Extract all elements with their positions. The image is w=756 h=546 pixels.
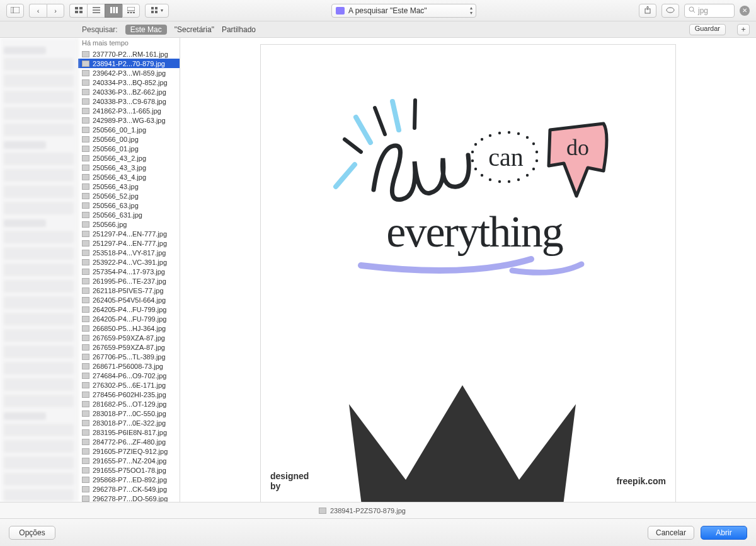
file-list[interactable]: 237770-P2...RM-161.jpg238941-P2...70-879… bbox=[78, 49, 180, 502]
arrange-button[interactable]: ▾ bbox=[145, 4, 169, 18]
svg-rect-10 bbox=[113, 7, 115, 13]
file-thumbnail-icon bbox=[82, 439, 89, 445]
view-gallery-button[interactable] bbox=[122, 4, 140, 18]
freepik-label: freepik.com bbox=[616, 476, 666, 486]
file-name: 264205-P4...FU-799.jpg bbox=[93, 306, 166, 313]
svg-point-35 bbox=[526, 136, 529, 139]
path-bar: 238941-P2ZS70-879.jpg bbox=[0, 502, 756, 518]
file-row[interactable]: 242989-P3...WG-63.jpg bbox=[78, 115, 180, 125]
file-row[interactable]: 250566_00.jpg bbox=[78, 134, 180, 144]
file-name: 267706-P5...TL-389.jpg bbox=[93, 353, 166, 361]
share-button[interactable] bbox=[639, 4, 656, 18]
svg-point-30 bbox=[481, 138, 483, 141]
toolbar: ‹ › ▾ bbox=[0, 0, 756, 21]
scope-secretaria[interactable]: "Secretária" bbox=[175, 25, 214, 34]
svg-point-47 bbox=[471, 160, 474, 162]
file-row[interactable]: 267659-P59XZA-87.jpg bbox=[78, 333, 180, 342]
file-row[interactable]: 267706-P5...TL-389.jpg bbox=[78, 352, 180, 361]
file-name: 274684-P6...O9-702.jpg bbox=[93, 372, 166, 380]
add-criteria-button[interactable]: ＋ bbox=[737, 24, 750, 35]
file-row[interactable]: 237770-P2...RM-161.jpg bbox=[78, 49, 180, 59]
crown-icon bbox=[311, 347, 614, 502]
view-list-button[interactable] bbox=[87, 4, 105, 18]
save-search-button[interactable]: Guardar bbox=[689, 24, 726, 35]
view-icons-button[interactable] bbox=[69, 4, 87, 18]
file-row[interactable]: 253518-P4...VY-817.jpg bbox=[78, 248, 180, 257]
forward-button[interactable]: › bbox=[47, 4, 64, 18]
scope-este-mac[interactable]: Este Mac bbox=[125, 25, 167, 35]
file-name: 281682-P5...OT-129.jpg bbox=[93, 400, 166, 408]
preview-image: can do everything designed by freepik.co… bbox=[260, 44, 676, 502]
file-row[interactable]: 296278-P7...DO-569.jpg bbox=[78, 494, 180, 502]
file-row[interactable]: 276302-P5...6E-171.jpg bbox=[78, 380, 180, 390]
sidebar-icon bbox=[11, 7, 20, 15]
file-row[interactable]: 261995-P6...TE-237.jpg bbox=[78, 276, 180, 286]
tag-icon bbox=[666, 7, 675, 15]
file-row[interactable]: 238941-P2...70-879.jpg bbox=[78, 59, 180, 68]
file-row[interactable]: 264205-P4...FU-799.jpg bbox=[78, 314, 180, 323]
file-row[interactable]: 240338-P3...C9-678.jpg bbox=[78, 96, 180, 106]
file-name: 283018-P7...0C-550.jpg bbox=[93, 410, 166, 417]
file-row[interactable]: 240336-P3...BZ-662.jpg bbox=[78, 87, 180, 96]
svg-point-22 bbox=[689, 7, 694, 11]
file-row[interactable]: 250566_43.jpg bbox=[78, 182, 180, 191]
file-thumbnail-icon bbox=[82, 98, 89, 105]
file-row[interactable]: 241862-P3...1-665.jpg bbox=[78, 106, 180, 115]
options-button[interactable]: Opções bbox=[9, 526, 55, 540]
file-name: 250566_01.jpg bbox=[93, 145, 139, 153]
file-name: 291605-P7ZIEQ-912.jpg bbox=[93, 448, 168, 455]
file-row[interactable]: 283195-P6IE8N-817.jpg bbox=[78, 427, 180, 437]
file-row[interactable]: 250566_43_4.jpg bbox=[78, 172, 180, 182]
scope-partilhado[interactable]: Partilhado bbox=[222, 25, 256, 34]
file-row[interactable]: 250566_01.jpg bbox=[78, 144, 180, 153]
file-row[interactable]: 251297-P4...EN-777.jpg bbox=[78, 238, 180, 248]
file-row[interactable]: 296278-P7...CK-549.jpg bbox=[78, 484, 180, 494]
open-button[interactable]: Abrir bbox=[701, 526, 747, 540]
file-row[interactable]: 295868-P7...ED-892.jpg bbox=[78, 475, 180, 484]
file-row[interactable]: 250566.jpg bbox=[78, 219, 180, 229]
path-crumb[interactable]: 238941-P2ZS70-879.jpg bbox=[330, 507, 406, 514]
file-thumbnail-icon bbox=[82, 146, 89, 152]
view-columns-button[interactable] bbox=[105, 4, 122, 18]
file-thumbnail-icon bbox=[82, 278, 89, 284]
file-row[interactable]: 253922-P4...VC-391.jpg bbox=[78, 257, 180, 267]
file-row[interactable]: 274684-P6...O9-702.jpg bbox=[78, 371, 180, 380]
file-row[interactable]: 262405-P54V5I-664.jpg bbox=[78, 295, 180, 305]
search-input[interactable]: jpg bbox=[684, 4, 735, 18]
file-row[interactable]: 250566_631.jpg bbox=[78, 210, 180, 219]
file-row[interactable]: 250566_43_2.jpg bbox=[78, 153, 180, 163]
file-name: 276302-P5...6E-171.jpg bbox=[93, 381, 166, 389]
file-thumbnail-icon bbox=[82, 136, 89, 142]
back-button[interactable]: ‹ bbox=[29, 4, 47, 18]
file-row[interactable]: 284772-P6...ZF-480.jpg bbox=[78, 437, 180, 446]
file-row[interactable]: 278456-P602HI-235.jpg bbox=[78, 390, 180, 399]
tags-button[interactable] bbox=[662, 4, 679, 18]
file-row[interactable]: 268671-P56008-73.jpg bbox=[78, 361, 180, 371]
clear-search-button[interactable]: ✕ bbox=[740, 6, 750, 16]
file-row[interactable]: 283018-P7...0E-322.jpg bbox=[78, 418, 180, 427]
path-popup[interactable]: A pesquisar "Este Mac" ▴▾ bbox=[331, 4, 476, 18]
file-row[interactable]: 267659-P59XZA-87.jpg bbox=[78, 342, 180, 352]
file-row[interactable]: 291655-P75OO1-78.jpg bbox=[78, 465, 180, 475]
file-row[interactable]: 250566_52.jpg bbox=[78, 191, 180, 200]
file-row[interactable]: 283018-P7...0C-550.jpg bbox=[78, 409, 180, 418]
file-row[interactable]: 251297-P4...EN-777.jpg bbox=[78, 229, 180, 238]
file-thumbnail-icon bbox=[82, 202, 89, 209]
file-row[interactable]: 266850-P5...HJ-364.jpg bbox=[78, 323, 180, 333]
cancel-button[interactable]: Cancelar bbox=[648, 526, 694, 540]
file-row[interactable]: 264205-P4...FU-799.jpg bbox=[78, 305, 180, 314]
svg-rect-18 bbox=[151, 11, 154, 13]
file-row[interactable]: 239642-P3...WI-859.jpg bbox=[78, 68, 180, 78]
file-row[interactable]: 257354-P4...17-973.jpg bbox=[78, 267, 180, 276]
file-row[interactable]: 250566_43_3.jpg bbox=[78, 163, 180, 172]
file-row[interactable]: 250566_00_1.jpg bbox=[78, 125, 180, 134]
file-row[interactable]: 240334-P3...BQ-852.jpg bbox=[78, 78, 180, 87]
file-row[interactable]: 250566_63.jpg bbox=[78, 200, 180, 210]
file-row[interactable]: 291605-P7ZIEQ-912.jpg bbox=[78, 446, 180, 456]
file-row[interactable]: 291655-P7...NZ-204.jpg bbox=[78, 456, 180, 465]
file-thumbnail-icon bbox=[82, 212, 89, 218]
file-row[interactable]: 262118-P5IVES-77.jpg bbox=[78, 286, 180, 295]
file-name: 251297-P4...EN-777.jpg bbox=[93, 240, 167, 247]
file-row[interactable]: 281682-P5...OT-129.jpg bbox=[78, 399, 180, 409]
sidebar-toggle-button[interactable] bbox=[6, 4, 24, 18]
